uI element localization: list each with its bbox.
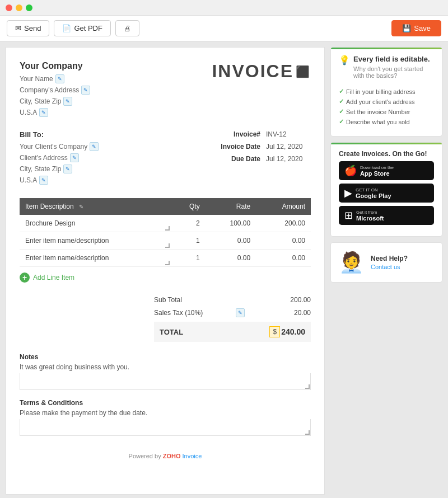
- country-edit-icon[interactable]: [39, 108, 48, 117]
- item-qty-2: 1: [171, 250, 206, 267]
- checklist-item-3: Set the invoice Number: [339, 108, 434, 115]
- client-city-label: City, State Zip: [20, 165, 61, 173]
- checklist-item-1: Fill in your billing address: [339, 88, 434, 95]
- your-name-edit-icon[interactable]: [55, 74, 64, 83]
- invoice-date-value: Jul 12, 2020: [266, 143, 311, 151]
- invoice-footer: Powered by ZOHO Invoice: [20, 453, 311, 459]
- col-rate: Rate: [206, 198, 256, 215]
- item-rate-0: 100.00: [206, 215, 256, 232]
- bill-to-label: Bill To:: [20, 130, 99, 139]
- client-address-edit-icon[interactable]: [70, 153, 79, 162]
- company-name: Your Company: [20, 61, 90, 71]
- client-company-field: Your Client's Company: [20, 142, 99, 151]
- tax-label: Sales Tax (10%): [154, 309, 203, 317]
- add-circle-icon: +: [20, 273, 30, 283]
- totals-section: Sub Total 200.00 Sales Tax (10%) 20.00 T…: [154, 294, 311, 342]
- client-city-edit-icon[interactable]: [63, 165, 72, 173]
- save-label: Save: [414, 24, 431, 32]
- item-desc-0[interactable]: Brochure Design: [20, 215, 171, 232]
- checklist: Fill in your billing address Add your cl…: [339, 88, 434, 125]
- client-company-label: Your Client's Company: [20, 143, 87, 151]
- invoice-date-row: Invoice Date Jul 12, 2020: [210, 143, 311, 151]
- your-name-field: Your Name: [20, 74, 90, 83]
- client-address-label: Client's Address: [20, 154, 68, 162]
- client-country-label: U.S.A: [20, 176, 37, 184]
- due-date-label: Due Date: [210, 155, 260, 163]
- client-country-edit-icon[interactable]: [39, 176, 48, 185]
- ms-store-main-label: Microsoft: [356, 215, 384, 222]
- terms-resize-handle[interactable]: [305, 430, 310, 435]
- col-qty: Qty: [171, 198, 206, 215]
- traffic-lights: [6, 4, 32, 11]
- total-value: 240.00: [281, 327, 305, 336]
- notes-label: Notes: [20, 353, 311, 361]
- table-header-row: Item Description ✎ Qty Rate Amount: [20, 198, 311, 215]
- total-label: TOTAL: [160, 328, 183, 336]
- resize-handle-0[interactable]: [165, 226, 170, 231]
- item-rate-1: 0.00: [206, 232, 256, 250]
- store-heading: Create Invoices. On the Go!: [339, 150, 434, 158]
- city-state-zip-edit-icon[interactable]: [63, 97, 72, 106]
- resize-handle-1[interactable]: [165, 243, 170, 248]
- send-button[interactable]: ✉ Send: [7, 20, 49, 36]
- currency-symbol: $: [269, 326, 280, 337]
- item-qty-0: 2: [171, 215, 206, 232]
- client-country-field: U.S.A: [20, 176, 99, 185]
- invoice-word: Invoice: [183, 453, 202, 459]
- terms-value: Please make the payment by the due date.: [20, 409, 311, 417]
- store-card-top-bar: [331, 143, 442, 144]
- company-address-edit-icon[interactable]: [81, 86, 90, 95]
- col-description: Item Description ✎: [20, 198, 171, 215]
- contact-us-link[interactable]: Contact us: [371, 264, 408, 270]
- ms-store-small-label: Get it from: [356, 210, 384, 215]
- subtotal-value: 200.00: [277, 296, 311, 304]
- checklist-item-4: Describe what you sold: [339, 118, 434, 125]
- terms-label: Terms & Conditions: [20, 399, 311, 407]
- city-state-zip-field: City, State Zip: [20, 97, 90, 106]
- item-amount-1: 0.00: [256, 232, 311, 250]
- minimize-button[interactable]: [16, 4, 22, 11]
- client-company-edit-icon[interactable]: [90, 142, 99, 151]
- google-play-button[interactable]: ▶ GET IT ON Google Play: [339, 184, 434, 203]
- toolbar: ✉ Send 📄 Get PDF 🖨 💾 Save: [0, 16, 448, 41]
- help-avatar: 🧑‍💼: [339, 251, 364, 274]
- table-row: Enter item name/description 1 0.00 0.00: [20, 232, 311, 250]
- total-row: TOTAL $ 240.00: [154, 322, 311, 342]
- notes-resize-handle[interactable]: [305, 384, 310, 389]
- print-icon: 🖨: [124, 24, 131, 32]
- maximize-button[interactable]: [26, 4, 32, 11]
- subtotal-label: Sub Total: [154, 296, 182, 304]
- get-pdf-button[interactable]: 📄 Get PDF: [54, 20, 111, 36]
- item-amount-2: 0.00: [256, 250, 311, 267]
- invoice-title-icon: ⬛: [296, 65, 311, 78]
- titlebar: [0, 0, 448, 16]
- print-button[interactable]: 🖨: [115, 20, 139, 36]
- city-state-zip-label: City, State Zip: [20, 97, 61, 105]
- notes-textarea-wrap: [20, 373, 311, 390]
- send-icon: ✉: [15, 24, 21, 32]
- tax-edit-icon[interactable]: [236, 308, 245, 317]
- close-button[interactable]: [6, 4, 12, 11]
- notes-value: It was great doing business with you.: [20, 363, 311, 371]
- add-line-item-button[interactable]: + Add Line Item: [20, 273, 311, 283]
- sidebar: 💡 Every field is editable. Why don't you…: [330, 47, 442, 495]
- powered-by-text: Powered by: [129, 453, 161, 459]
- google-play-main-label: Google Play: [356, 192, 391, 199]
- resize-handle-2[interactable]: [165, 261, 170, 265]
- checklist-item-2: Add your client's address: [339, 98, 434, 105]
- company-address-field: Company's Address: [20, 86, 90, 95]
- items-table: Item Description ✎ Qty Rate Amount Broch…: [20, 198, 311, 267]
- item-desc-1[interactable]: Enter item name/description: [20, 232, 171, 250]
- invoice-number-value: INV-12: [266, 130, 311, 138]
- country-field: U.S.A: [20, 108, 90, 117]
- help-card: 🧑‍💼 Need Help? Contact us: [330, 242, 442, 283]
- microsoft-store-button[interactable]: ⊞ Get it from Microsoft: [339, 206, 434, 225]
- tip-card-header: 💡 Every field is editable. Why don't you…: [339, 55, 434, 84]
- item-rate-2: 0.00: [206, 250, 256, 267]
- save-button[interactable]: 💾 Save: [391, 20, 441, 36]
- col-edit-icon[interactable]: ✎: [79, 204, 83, 210]
- store-card: Create Invoices. On the Go! 🍎 Download o…: [330, 142, 442, 237]
- item-desc-2[interactable]: Enter item name/description: [20, 250, 171, 267]
- apple-store-button[interactable]: 🍎 Download on the App Store: [339, 161, 434, 180]
- invoice-date-label: Invoice Date: [210, 143, 260, 151]
